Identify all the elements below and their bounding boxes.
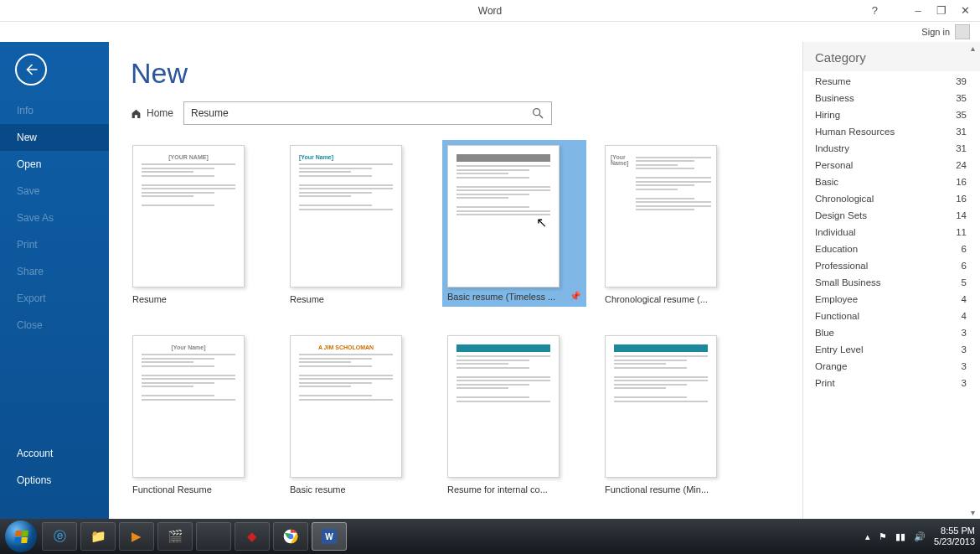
sidebar-item-export: Export — [0, 285, 109, 312]
template-search[interactable] — [183, 101, 552, 125]
backstage-sidebar: InfoNewOpenSaveSave AsPrintShareExportCl… — [0, 42, 109, 519]
tray-network-icon[interactable]: ▮▮ — [895, 531, 905, 542]
avatar[interactable] — [955, 24, 970, 39]
titlebar: Word ? – ❐ ✕ — [0, 0, 980, 22]
sidebar-item-new[interactable]: New — [0, 124, 109, 151]
taskbar-chrome[interactable] — [273, 522, 308, 551]
taskbar-word[interactable]: W — [312, 522, 347, 551]
category-row[interactable]: Education6 — [803, 241, 980, 257]
category-row[interactable]: Print3 — [803, 375, 980, 391]
category-row[interactable]: Professional6 — [803, 257, 980, 274]
home-breadcrumb[interactable]: Home — [131, 107, 173, 119]
sidebar-item-print: Print — [0, 231, 109, 258]
sidebar-item-share: Share — [0, 258, 109, 285]
template-item[interactable]: Functional resume (Min... — [605, 335, 739, 494]
tray-volume-icon[interactable]: 🔊 — [914, 531, 926, 542]
taskbar-adobe[interactable]: ◆ — [235, 522, 270, 551]
category-row[interactable]: Blue3 — [803, 324, 980, 341]
category-row[interactable]: Hiring35 — [803, 106, 980, 123]
category-row[interactable]: Entry Level3 — [803, 341, 980, 358]
sidebar-item-save: Save — [0, 178, 109, 205]
search-icon[interactable] — [531, 106, 544, 120]
template-item[interactable]: [Your Name]Resume — [290, 145, 424, 307]
category-panel: ▴ ▾ Category Resume39Business35Hiring35H… — [802, 42, 980, 519]
svg-line-1 — [539, 115, 543, 118]
taskbar-ie[interactable]: ⓔ — [42, 522, 77, 551]
sidebar-item-options[interactable]: Options — [0, 467, 109, 494]
sidebar-item-account[interactable]: Account — [0, 440, 109, 467]
sidebar-item-close: Close — [0, 312, 109, 339]
category-row[interactable]: Functional4 — [803, 308, 980, 324]
pin-icon[interactable]: 📌 — [570, 291, 581, 302]
category-row[interactable]: Employee4 — [803, 291, 980, 308]
template-item[interactable]: Resume for internal co... — [447, 335, 581, 494]
home-icon — [131, 108, 142, 119]
tray-flag-icon[interactable]: ⚑ — [879, 531, 887, 542]
svg-point-0 — [534, 109, 540, 116]
signin-link[interactable]: Sign in — [921, 27, 950, 37]
category-row[interactable]: Small Business5 — [803, 274, 980, 291]
tray-clock[interactable]: 8:55 PM 5/23/2013 — [934, 526, 975, 547]
back-button[interactable] — [15, 54, 47, 85]
scroll-down-icon[interactable]: ▾ — [971, 508, 975, 517]
page-title: New — [131, 57, 781, 90]
help-icon[interactable]: ? — [872, 4, 878, 17]
taskbar-explorer[interactable]: 📁 — [80, 522, 116, 551]
start-button[interactable] — [5, 520, 37, 552]
sidebar-item-info: Info — [0, 97, 109, 124]
template-item[interactable]: Basic resume (Timeless ...📌 — [447, 145, 581, 307]
app-title: Word — [478, 5, 502, 17]
category-row[interactable]: Resume39 — [803, 73, 980, 90]
category-header: Category — [803, 42, 980, 71]
sidebar-item-save-as: Save As — [0, 205, 109, 231]
category-row[interactable]: Basic16 — [803, 173, 980, 190]
scroll-up-icon[interactable]: ▴ — [971, 44, 975, 53]
template-item[interactable]: [YourName]Chronological resume (... — [605, 145, 739, 307]
sidebar-item-open[interactable]: Open — [0, 151, 109, 178]
template-item[interactable]: [Your Name]Functional Resume — [132, 335, 266, 494]
category-row[interactable]: Personal24 — [803, 157, 980, 173]
category-row[interactable]: Human Resources31 — [803, 123, 980, 140]
category-row[interactable]: Orange3 — [803, 358, 980, 375]
category-row[interactable]: Design Sets14 — [803, 207, 980, 224]
template-item[interactable]: A JIM SCHOLOMANBasic resume — [290, 335, 424, 494]
tray-up-icon[interactable]: ▴ — [865, 531, 870, 542]
close-button[interactable]: ✕ — [953, 3, 977, 18]
minimize-button[interactable]: – — [906, 3, 930, 18]
taskbar-wmp[interactable]: ▶ — [119, 522, 154, 551]
category-row[interactable]: Chronological16 — [803, 190, 980, 207]
template-item[interactable]: [YOUR NAME]Resume — [132, 145, 266, 307]
category-row[interactable]: Individual11 — [803, 224, 980, 241]
search-input[interactable] — [191, 107, 531, 119]
taskbar-media[interactable]: 🎬 — [157, 522, 193, 551]
windows-taskbar: ⓔ 📁 ▶ 🎬 ◆ W ▴ ⚑ ▮▮ 🔊 8:55 PM 5/23/2013 — [0, 519, 980, 554]
category-row[interactable]: Industry31 — [803, 140, 980, 157]
category-row[interactable]: Business35 — [803, 90, 980, 106]
taskbar-apps[interactable] — [196, 522, 231, 551]
restore-button[interactable]: ❐ — [930, 3, 953, 18]
